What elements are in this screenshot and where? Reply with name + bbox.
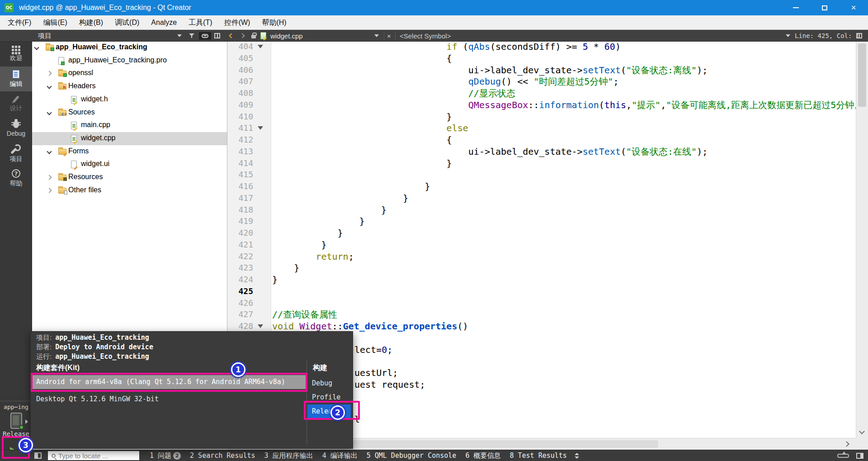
- sidebar-item-编辑[interactable]: 编辑: [0, 67, 32, 91]
- chevron-down-icon[interactable]: [47, 84, 52, 89]
- code-line[interactable]: 424}: [227, 274, 856, 285]
- code-line[interactable]: 415: [227, 169, 856, 181]
- code-line[interactable]: 418}: [227, 204, 856, 216]
- menu-item-4[interactable]: 调试(D): [109, 15, 145, 30]
- code-line[interactable]: 407qDebug() << "时间差超过5分钟";: [227, 76, 856, 87]
- fold-marker-icon[interactable]: [258, 45, 263, 48]
- code-line[interactable]: 428void Widget::Get_device_properties(): [227, 320, 856, 332]
- code-line[interactable]: 413ui->label_dev_state->setText("设备状态:在线…: [227, 146, 856, 157]
- code-line[interactable]: 406ui->label_dev_state->setText("设备状态:离线…: [227, 64, 856, 76]
- menu-item-8[interactable]: 帮助(H): [256, 15, 292, 30]
- output-pane-tab[interactable]: 4 编译输出: [318, 450, 362, 461]
- code-line[interactable]: 412{: [227, 134, 856, 146]
- sync-with-editor-icon[interactable]: [199, 30, 211, 42]
- annotation-box-kit: [31, 373, 307, 392]
- toggle-right-panel-icon[interactable]: [856, 453, 863, 459]
- chevron-down-icon[interactable]: [47, 110, 52, 115]
- build-progress-icon[interactable]: [837, 454, 849, 458]
- code-line[interactable]: 410}: [227, 111, 856, 123]
- tree-row[interactable]: widget.cpp: [32, 132, 227, 145]
- line-col-combo-arrow[interactable]: [786, 30, 790, 42]
- code-line[interactable]: 421}: [227, 239, 856, 251]
- maximize-button[interactable]: [810, 0, 839, 15]
- code-line[interactable]: 426: [227, 297, 856, 309]
- menu-item-7[interactable]: 控件(W): [218, 15, 256, 30]
- code-line[interactable]: 423}: [227, 262, 856, 274]
- chevron-down-icon[interactable]: [34, 45, 39, 50]
- build-config-option[interactable]: Debug: [307, 376, 351, 390]
- output-pane-tab[interactable]: 6 概要信息: [461, 450, 505, 461]
- tree-row[interactable]: Forms: [32, 145, 227, 158]
- split-editor-icon[interactable]: [856, 30, 862, 42]
- project-pane-combo-arrow[interactable]: [177, 30, 182, 42]
- code-line[interactable]: 416}: [227, 181, 856, 192]
- sidebar-item-label: 设计: [10, 105, 23, 113]
- sidebar-item-Debug[interactable]: Debug: [0, 116, 32, 141]
- tree-row[interactable]: app_Huawei_Eco_tracking: [32, 42, 227, 54]
- locator-box[interactable]: [48, 451, 139, 460]
- menu-item-3[interactable]: 构建(B): [73, 15, 109, 30]
- code-line[interactable]: 408//显示状态: [227, 87, 856, 99]
- sidebar-item-项目[interactable]: 项目: [0, 141, 32, 166]
- code-line[interactable]: 420}: [227, 227, 856, 239]
- sidebar-item-欢迎[interactable]: 欢迎: [0, 42, 32, 67]
- code-line[interactable]: 422return;: [227, 251, 856, 262]
- chevron-right-icon[interactable]: [47, 175, 52, 180]
- code-line[interactable]: 425: [227, 285, 856, 297]
- tree-row[interactable]: main.cpp: [32, 119, 227, 132]
- close-document-button[interactable]: ×: [387, 30, 391, 42]
- tree-row[interactable]: Headers: [32, 80, 227, 93]
- code-text: }: [272, 157, 856, 169]
- menu-item-1[interactable]: 文件(F): [2, 15, 37, 30]
- code-line[interactable]: 405{: [227, 52, 856, 64]
- chevron-right-icon[interactable]: [47, 71, 52, 76]
- kit-column-header: 构建套件(Kit): [36, 363, 80, 373]
- code-line[interactable]: 404if (qAbs(secondsDiff) >= 5 * 60): [227, 42, 856, 52]
- vertical-scrollbar[interactable]: [856, 42, 868, 438]
- kit-option[interactable]: Desktop Qt 5.12.6 MinGW 32-bit: [32, 392, 306, 406]
- code-line[interactable]: 414}: [227, 157, 856, 169]
- tree-row[interactable]: app_Huawei_Eco_tracking.pro: [32, 54, 227, 67]
- tree-row[interactable]: widget.ui: [32, 158, 227, 171]
- chevron-right-icon[interactable]: [47, 188, 52, 193]
- toggle-sidebar-icon[interactable]: [34, 452, 42, 459]
- nav-forward-button[interactable]: [241, 30, 244, 42]
- chevron-down-icon[interactable]: [47, 149, 52, 154]
- output-pane-tab[interactable]: 1 问题2: [146, 450, 185, 461]
- code-line[interactable]: 417}: [227, 192, 856, 204]
- fold-marker-icon[interactable]: [258, 324, 263, 328]
- tree-row[interactable]: Resources: [32, 171, 227, 184]
- nav-back-button[interactable]: [230, 30, 233, 42]
- output-pane-tab[interactable]: 8 Test Results: [505, 450, 571, 461]
- tree-row[interactable]: Sources: [32, 106, 227, 119]
- code-line[interactable]: 419}: [227, 215, 856, 227]
- filter-icon[interactable]: [189, 30, 194, 42]
- file-icon: [71, 96, 77, 104]
- output-pane-toggle-icon[interactable]: [575, 453, 579, 459]
- document-combo-arrow[interactable]: [374, 30, 379, 42]
- code-line[interactable]: 427//查询设备属性: [227, 309, 856, 320]
- split-pane-icon[interactable]: [214, 30, 220, 42]
- tree-row[interactable]: Other files: [32, 184, 227, 197]
- open-document-selector[interactable]: widget.cpp: [270, 30, 303, 42]
- minimize-button[interactable]: [781, 0, 810, 15]
- kit-run-selector[interactable]: app⋯ing Release: [0, 401, 32, 437]
- output-pane-tab[interactable]: 5 QML Debugger Console: [363, 450, 461, 461]
- code-line[interactable]: 409QMessageBox::information(this,"提示","设…: [227, 99, 856, 111]
- sidebar-item-帮助[interactable]: 帮助: [0, 166, 32, 191]
- code-text: }: [272, 262, 856, 274]
- close-button[interactable]: ×: [839, 0, 868, 15]
- output-pane-tab[interactable]: 3 应用程序输出: [260, 450, 317, 461]
- tree-row[interactable]: openssl: [32, 67, 227, 80]
- menu-item-6[interactable]: 工具(T): [183, 15, 218, 30]
- output-pane-tab[interactable]: 2 Search Results: [186, 450, 259, 461]
- vscroll-thumb[interactable]: [858, 43, 866, 107]
- locator-input[interactable]: [58, 452, 131, 460]
- tree-row[interactable]: widget.h: [32, 93, 227, 106]
- code-line[interactable]: 411else: [227, 122, 856, 134]
- menu-item-2[interactable]: 编辑(E): [37, 15, 73, 30]
- fold-marker-icon[interactable]: [258, 126, 263, 130]
- symbol-selector[interactable]: <Select Symbol>: [400, 30, 451, 42]
- menu-item-5[interactable]: Analyze: [145, 15, 183, 30]
- sidebar-item-设计[interactable]: 设计: [0, 91, 32, 116]
